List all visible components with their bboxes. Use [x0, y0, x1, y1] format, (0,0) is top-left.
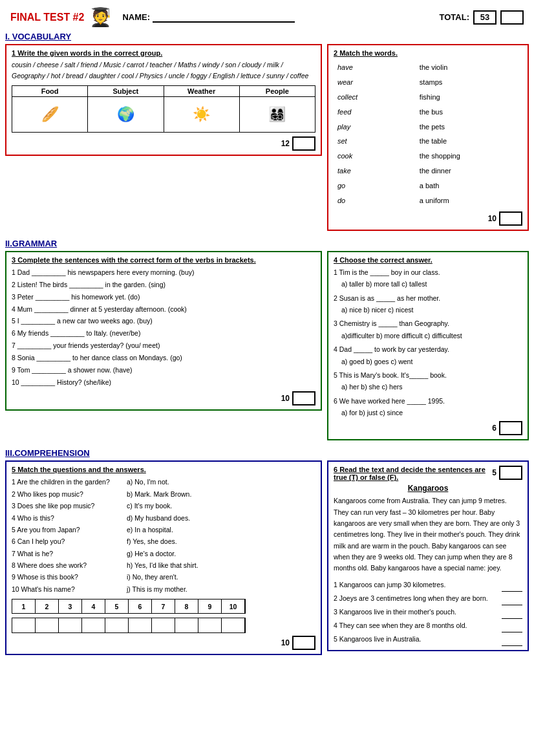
total-score-blank[interactable]	[500, 10, 524, 25]
kangaroo-title: Kangaroos	[334, 484, 522, 493]
match-left-word: set	[335, 135, 416, 148]
grid-answer-cell[interactable]	[175, 618, 198, 632]
ex4-title: 4 Choose the correct answer.	[334, 256, 522, 264]
match-left-word: do	[335, 194, 416, 208]
grid-num-cell: 1	[12, 599, 36, 614]
ex6-score-area: 5	[492, 466, 522, 480]
grid-answer-cell[interactable]	[82, 618, 105, 632]
col-subject: Subject	[88, 85, 164, 96]
question-text: 1 Tim is the _____ boy in our class.	[334, 266, 522, 278]
match-right-word: the pets	[417, 120, 521, 134]
grid-num-cell: 5	[105, 599, 129, 614]
grid-answer-cell[interactable]	[198, 618, 222, 632]
qa-question: 9 Whose is this book?	[12, 571, 122, 583]
section-grammar: II.GRAMMAR	[5, 239, 529, 248]
grammar-line: 3 Peter _________ his homework yet. (do)	[12, 291, 315, 303]
qa-question: 2 Who likes pop music?	[12, 488, 122, 500]
ex5-score-blank[interactable]	[292, 636, 315, 650]
qa-answer: i) No, they aren't.	[127, 571, 315, 583]
ex2-title: 2 Match the words.	[334, 49, 522, 57]
tf-answer-blank[interactable]	[502, 578, 522, 592]
tf-answer-blank[interactable]	[502, 632, 522, 646]
ex4-questions: 1 Tim is the _____ boy in our class.a) t…	[334, 266, 522, 419]
qa-answer: e) In a hospital.	[127, 524, 315, 535]
question-options: a) nice b) nicer c) nicest	[341, 304, 522, 316]
people-cell[interactable]: 👨‍👩‍👧‍👦	[239, 96, 315, 132]
qa-answer: j) This is my mother.	[127, 583, 315, 595]
qa-answer: b) Mark. Mark Brown.	[127, 488, 315, 500]
ex5-qa: 1 Are the children in the garden?2 Who l…	[12, 476, 315, 595]
match-right-word: the bus	[417, 105, 521, 119]
ex2-score-blank[interactable]	[499, 211, 522, 226]
tf-answer-blank[interactable]	[502, 605, 522, 619]
grammar-line: 4 Mum _________ dinner at 5 yesterday af…	[12, 303, 315, 316]
grid-answer-cell[interactable]	[36, 618, 59, 632]
page-title: FINAL TEST #2 🧑‍🎓	[10, 6, 112, 28]
match-row: take the dinner	[335, 164, 521, 178]
statement-text: 4 They can see when they are 8 months ol…	[334, 619, 467, 632]
ex6-header-row: 6 Read the text and decide the sentences…	[334, 466, 522, 484]
weather-cell[interactable]: ☀️	[164, 96, 239, 132]
ex5-answer-grid-blanks	[12, 618, 246, 633]
grid-answer-cell[interactable]	[105, 618, 129, 632]
ex5-answers: a) No, I'm not.b) Mark. Mark Brown.c) It…	[127, 476, 315, 595]
qa-answer: d) My husband does.	[127, 512, 315, 524]
total-score-area: TOTAL: 53	[440, 10, 524, 25]
vocab-row: 1 Write the given words in the correct g…	[5, 44, 529, 235]
match-right-word: a bath	[417, 179, 521, 193]
choose-question: 3 Chemistry is _____ than Geography.a)di…	[334, 318, 522, 341]
ex3-score-blank[interactable]	[292, 391, 315, 405]
grammar-line: 8 Sonia _________ to her dance class on …	[12, 352, 315, 364]
match-words-table: have the violin wear stamps collect fish…	[334, 59, 522, 209]
ex1-score-blank[interactable]	[292, 136, 315, 151]
tf-statement: 4 They can see when they are 8 months ol…	[334, 619, 522, 632]
tf-statement: 5 Kangaroos live in Australia.	[334, 632, 522, 646]
food-cell[interactable]: 🥖	[12, 96, 88, 132]
ex6-score-blank[interactable]	[499, 466, 522, 480]
match-row: wear stamps	[335, 76, 521, 89]
ex4-score-blank[interactable]	[499, 421, 522, 435]
statement-text: 3 Kangaroos live in their mother's pouch…	[334, 605, 456, 619]
ex5-grid-blank-cells[interactable]	[12, 618, 245, 632]
grid-answer-cell[interactable]	[129, 618, 152, 632]
qa-question: 8 Where does she work?	[12, 559, 122, 571]
qa-answer: g) He's a doctor.	[127, 548, 315, 559]
question-options: a) taller b) more tall c) tallest	[341, 278, 522, 290]
grammar-line: 5 I _________ a new car two weeks ago. (…	[12, 315, 315, 327]
grid-num-cell: 7	[152, 599, 175, 614]
match-right-word: fishing	[417, 91, 521, 104]
tf-answer-blank[interactable]	[502, 592, 522, 605]
match-left-word: take	[335, 164, 416, 178]
question-text: 2 Susan is as _____ as her mother.	[334, 292, 522, 304]
tf-statement: 2 Joeys are 3 centimetres long when they…	[334, 592, 522, 605]
grid-answer-cell[interactable]	[222, 618, 245, 632]
tf-answer-blank[interactable]	[502, 619, 522, 632]
qa-question: 10 What's his name?	[12, 583, 122, 595]
question-text: 5 This is Mary's book. It's_____ book.	[334, 369, 522, 381]
match-left-word: cook	[335, 149, 416, 163]
ex6-statements: 1 Kangaroos can jump 30 kilometres.2 Joe…	[334, 578, 522, 646]
tf-statement: 3 Kangaroos live in their mother's pouch…	[334, 605, 522, 619]
grid-num-cell: 6	[129, 599, 152, 614]
choose-question: 4 Dad _____ to work by car yesterday.a) …	[334, 343, 522, 367]
grammar-line: 2 Listen! The birds _________ in the gar…	[12, 279, 315, 291]
match-right-word: stamps	[417, 76, 521, 89]
page-header: FINAL TEST #2 🧑‍🎓 NAME: TOTAL: 53	[5, 5, 529, 29]
match-row: play the pets	[335, 120, 521, 134]
subject-cell[interactable]: 🌍	[88, 96, 164, 132]
exercise-6: 6 Read the text and decide the sentences…	[327, 460, 529, 651]
ex5-score: 10	[12, 636, 315, 650]
ex5-questions: 1 Are the children in the garden?2 Who l…	[12, 476, 122, 595]
question-text: 6 We have worked here _____ 1995.	[334, 395, 522, 407]
statement-text: 2 Joeys are 3 centimetres long when they…	[334, 592, 488, 605]
question-options: a)difficulter b) more difficult c) diffi…	[341, 330, 522, 341]
ex3-score: 10	[12, 391, 315, 405]
grid-answer-cell[interactable]	[12, 618, 36, 632]
match-row: collect fishing	[335, 91, 521, 104]
match-left-word: have	[335, 61, 416, 74]
grid-num-cell: 9	[198, 599, 222, 614]
ex4-score: 6	[334, 421, 522, 435]
total-score-value: 53	[473, 10, 497, 25]
grid-answer-cell[interactable]	[152, 618, 175, 632]
grid-answer-cell[interactable]	[59, 618, 82, 632]
